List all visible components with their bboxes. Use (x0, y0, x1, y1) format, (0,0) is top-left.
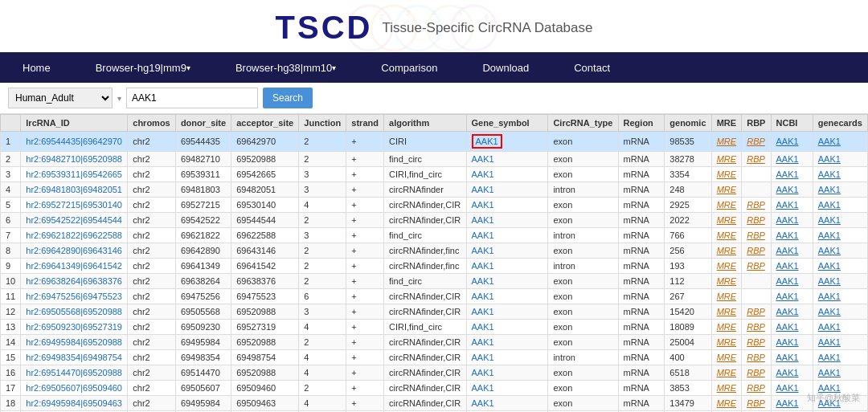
search-input[interactable] (126, 88, 258, 108)
search-button[interactable]: Search (263, 88, 313, 108)
table-row: 5hr2:69527215|69530140chr269527215695301… (1, 198, 868, 213)
table-body: 1hr2:69544435|69642970chr269544435696429… (1, 132, 868, 413)
col-acceptor-site: acceptor_site (231, 115, 299, 132)
nav-comparison[interactable]: Comparison (358, 52, 460, 83)
table-row: 8hr2:69642890|69643146chr269642890696431… (1, 243, 868, 259)
results-table: lrcRNA_ID chromos donor_site acceptor_si… (0, 114, 868, 412)
col-region: Region (618, 115, 665, 132)
svg-text:4: 4 (432, 9, 436, 17)
nav-home[interactable]: Home (0, 52, 73, 83)
logo-subtitle: Tissue-Specific CircRNA Database (382, 20, 592, 36)
col-junction: Junction (299, 115, 346, 132)
table-row: 17hr2:69505607|69509460chr26950560769509… (1, 381, 868, 396)
col-strand: strand (346, 115, 384, 132)
col-chromos: chromos (128, 115, 176, 132)
nav-download[interactable]: Download (460, 52, 551, 83)
col-genecards: genecards (813, 115, 867, 132)
col-mre: MRE (711, 115, 742, 132)
table-row: 4hr2:69481803|69482051chr269481803694820… (1, 182, 868, 198)
logo-title: TSCD (276, 10, 373, 46)
col-rbp: RBP (742, 115, 771, 132)
table-row: 14hr2:69495984|69520988chr26949598469520… (1, 335, 868, 350)
table-row: 1hr2:69544435|69642970chr269544435696429… (1, 132, 868, 152)
table-row: 18hr2:69495984|69509463chr26949598469509… (1, 396, 868, 411)
table-row: 3hr2:69539311|69542665chr269539311695426… (1, 167, 868, 182)
table-row: 16hr2:69514470|69520988chr26951447069520… (1, 365, 868, 381)
table-row: 10hr2:69638264|69638376chr26963826469638… (1, 274, 868, 289)
table-row: 15hr2:69498354|69498754chr26949835469498… (1, 350, 868, 365)
col-gene-symbol: Gene_symbol (466, 115, 548, 132)
navbar: Home Browser-hg19|mm9 Browser-hg38|mm10 … (0, 52, 868, 83)
table-header-row: lrcRNA_ID chromos donor_site acceptor_si… (1, 115, 868, 132)
col-genomic: genomic (665, 115, 711, 132)
table-row: 11hr2:69475256|69475523chr26947525669475… (1, 289, 868, 304)
col-lrcrna-id: lrcRNA_ID (21, 115, 128, 132)
col-ncbi: NCBI (771, 115, 813, 132)
nav-browser-hg19[interactable]: Browser-hg19|mm9 (73, 52, 213, 83)
col-num (1, 115, 21, 132)
table-row: 6hr2:69542522|69544544chr269542522695445… (1, 213, 868, 228)
nav-contact[interactable]: Contact (551, 52, 633, 83)
col-donor-site: donor_site (175, 115, 231, 132)
col-algorithm: algorithm (384, 115, 466, 132)
col-circrna-type: CircRNA_type (548, 115, 618, 132)
watermark: 知乎@秋酸菜 (807, 392, 860, 404)
svg-text:5: 5 (458, 9, 462, 17)
nav-browser-hg38[interactable]: Browser-hg38|mm10 (213, 52, 358, 83)
logo-area: 2 3 4 5 6 TSCD Tissue-Specific CircRNA D… (0, 0, 868, 52)
species-select[interactable]: Human_Adult Human_Fetal Mouse_Adult (8, 88, 113, 108)
table-row: 12hr2:69505568|69520988chr26950556869520… (1, 304, 868, 320)
results-table-container: lrcRNA_ID chromos donor_site acceptor_si… (0, 114, 868, 412)
table-row: 2hr2:69482710|69520988chr269482710695209… (1, 152, 868, 167)
search-bar: Human_Adult Human_Fetal Mouse_Adult ▾ Se… (0, 83, 868, 114)
table-row: 13hr2:69509230|69527319chr26950923069527… (1, 320, 868, 335)
dropdown-arrow-icon: ▾ (117, 94, 121, 103)
table-row: 9hr2:69641349|69641542chr269641349696415… (1, 259, 868, 274)
table-row: 7hr2:69621822|69622588chr269621822696225… (1, 228, 868, 243)
svg-text:3: 3 (406, 9, 410, 17)
